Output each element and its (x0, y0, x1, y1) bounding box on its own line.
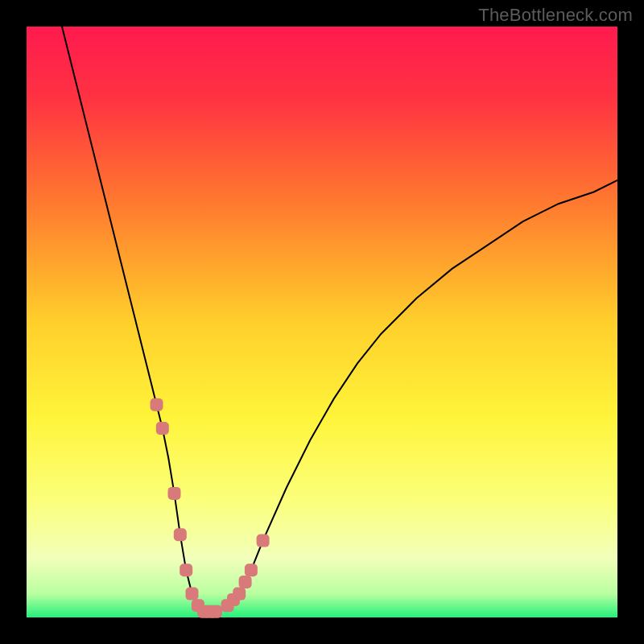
data-marker (180, 564, 192, 576)
data-marker (174, 528, 187, 541)
data-marker (239, 576, 252, 588)
data-marker (156, 422, 169, 435)
data-marker (209, 605, 222, 618)
data-marker (233, 588, 246, 601)
data-marker (151, 398, 163, 411)
bottleneck-chart (0, 0, 644, 644)
plot-background (27, 27, 617, 617)
data-marker (186, 588, 199, 601)
data-marker (257, 535, 270, 547)
data-marker (245, 564, 258, 576)
chart-frame: TheBottleneck.com (0, 0, 644, 644)
data-marker (168, 487, 181, 500)
